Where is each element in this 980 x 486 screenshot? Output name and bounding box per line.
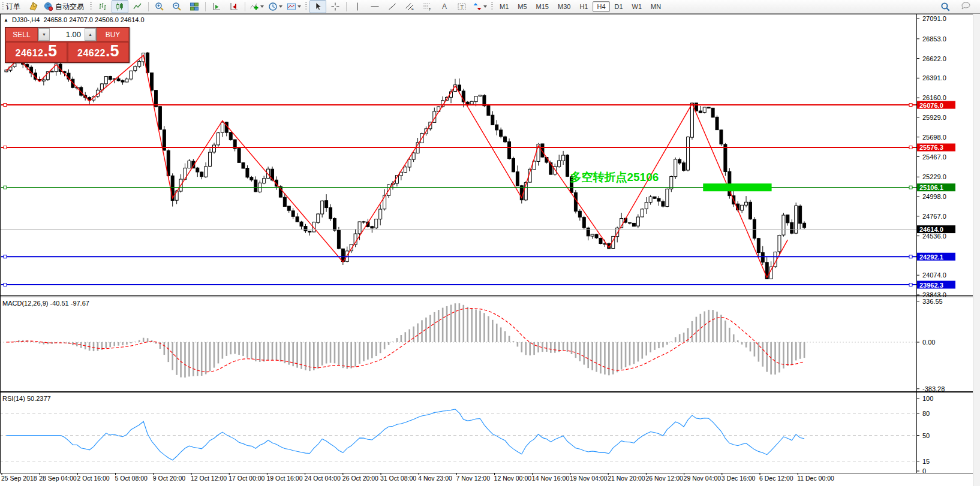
time-tick-label: 29 Nov 04:00 [684, 475, 722, 482]
time-tick-label: 2 Oct 16:00 [77, 475, 109, 482]
rsi-scale-label: 15 [922, 458, 930, 465]
buy-button[interactable]: BUY [97, 28, 129, 41]
svg-text:F: F [429, 8, 431, 11]
svg-text:24292.1: 24292.1 [919, 253, 943, 261]
timeframe-M5[interactable]: M5 [513, 1, 531, 12]
time-tick-label: 9 Oct 20:00 [153, 475, 185, 482]
time-tick-label: 17 Oct 00:00 [229, 475, 264, 482]
price-marker-23962.3: 23962.3 [917, 281, 955, 289]
one-click-panel-toggle-icon[interactable]: ▲ [4, 17, 8, 23]
templates-button[interactable] [285, 0, 303, 13]
price-marker-24614.0: 24614.0 [917, 225, 955, 233]
zoom-out-button[interactable] [169, 0, 185, 13]
vertical-line-tool-button[interactable] [349, 0, 366, 13]
templates-dropdown-arrow[interactable] [297, 5, 301, 8]
price-tick-label: 25929.0 [922, 114, 946, 121]
volume-increase-button[interactable]: ▲ [85, 28, 96, 41]
indicators-button[interactable] [248, 0, 266, 13]
time-tick-label: 14 Nov 16:00 [532, 475, 570, 482]
time-tick-label: 28 Sep 04:00 [39, 475, 77, 482]
time-tick-label: 26 Oct 20:00 [342, 475, 378, 482]
cursor-icon [313, 2, 323, 11]
time-tick-label: 12 Oct 12:00 [191, 475, 227, 482]
chart-canvas[interactable]: 多空转折点2510627091.026853.026622.026391.026… [0, 0, 980, 486]
arrows-icon [473, 2, 482, 11]
chart-shift-button[interactable] [226, 0, 242, 13]
volume-spinner: ▼ 1.00 ▲ [38, 28, 97, 41]
time-tick-label: 24 Oct 04:00 [305, 475, 341, 482]
time-tick-label: 25 Sep 2018 [1, 475, 37, 482]
candlestick-mode-button[interactable] [112, 0, 128, 13]
cursor-tool-button[interactable] [309, 0, 326, 13]
volume-input[interactable]: 1.00 [50, 28, 85, 41]
timeframe-H4[interactable]: H4 [593, 1, 609, 12]
equidistant-channel-tool-button[interactable]: E [401, 0, 418, 13]
periods-button[interactable] [266, 0, 284, 13]
chat-button[interactable] [957, 0, 974, 13]
time-tick-label: 19 Oct 16:00 [266, 475, 302, 482]
horizontal-line-tool-button[interactable] [366, 0, 383, 13]
metaeditor-icon [28, 2, 38, 11]
horizontal-line-icon [370, 2, 380, 11]
macd-scale-label: 0.00 [922, 339, 935, 346]
text-label-icon: T [457, 2, 467, 11]
volume-decrease-button[interactable]: ▼ [38, 28, 50, 41]
timeframe-M1[interactable]: M1 [495, 1, 513, 12]
time-tick-label: 31 Oct 08:00 [380, 475, 416, 482]
indicators-dropdown-arrow[interactable] [260, 5, 264, 8]
crosshair-tool-button[interactable] [327, 0, 344, 13]
price-tick-label: 24767.0 [922, 213, 946, 220]
toolbar-grip[interactable] [305, 2, 307, 11]
timeframe-MN[interactable]: MN [647, 1, 665, 12]
toolbar-grip[interactable] [90, 2, 92, 11]
text-label-tool-button[interactable]: T [453, 0, 470, 13]
turning-point-annotation[interactable]: 多空转折点25106 [570, 171, 659, 183]
text-tool-button[interactable]: A [436, 0, 453, 13]
crosshair-icon [330, 2, 340, 11]
chart-header: ▲ DJ30-,H4 24658.0 24707.0 24506.0 24614… [4, 16, 145, 23]
timeframe-M30[interactable]: M30 [554, 1, 575, 12]
green-zone-rectangle[interactable] [703, 183, 771, 191]
rsi-scale-label: 80 [922, 410, 930, 417]
svg-text:26076.0: 26076.0 [919, 102, 943, 109]
sell-button[interactable]: SELL [5, 28, 38, 41]
fibonacci-tool-button[interactable]: F [419, 0, 435, 13]
autotrading-label: 自动交易 [53, 2, 86, 12]
time-axis[interactable]: 25 Sep 201828 Sep 04:002 Oct 16:005 Oct … [1, 473, 834, 482]
price-marker-26076.0: 26076.0 [917, 101, 955, 109]
ask-price-button[interactable]: 24622 .5 [68, 42, 130, 62]
price-tick-label: 24536.0 [922, 233, 946, 240]
macd-scale-label: -383.28 [922, 385, 945, 393]
tile-windows-button[interactable] [186, 0, 203, 13]
autotrading-icon [44, 2, 53, 11]
time-tick-label: 5 Oct 08:00 [115, 475, 148, 482]
rsi-pane-label: RSI(14) 50.2377 [2, 395, 51, 402]
svg-text:23962.3: 23962.3 [919, 282, 943, 289]
timeframe-D1[interactable]: D1 [611, 1, 627, 12]
timeframe-W1[interactable]: W1 [628, 1, 647, 12]
timeframe-H1[interactable]: H1 [575, 1, 592, 12]
autotrading-button[interactable]: 自动交易 [42, 0, 88, 13]
auto-scroll-icon [212, 2, 221, 11]
periods-dropdown-arrow[interactable] [279, 5, 282, 8]
line-chart-mode-button[interactable] [129, 0, 146, 13]
toolbar-grip[interactable] [491, 2, 493, 11]
new-order-button[interactable]: 订单 [2, 0, 24, 13]
auto-scroll-button[interactable] [208, 0, 225, 13]
macd-pane-label: MACD(12,26,9) -40.51 -97.67 [2, 300, 89, 307]
time-tick-label: 11 Dec 00:00 [797, 475, 834, 482]
arrows-tool-button[interactable] [471, 0, 489, 13]
timeframe-M15[interactable]: M15 [532, 1, 553, 12]
search-button[interactable] [937, 0, 954, 13]
arrows-dropdown-arrow[interactable] [483, 5, 487, 8]
metaeditor-button[interactable] [25, 0, 41, 13]
tile-windows-icon [190, 2, 199, 11]
chat-bubble-icon [960, 2, 971, 11]
price-marker-25576.3: 25576.3 [917, 143, 955, 151]
bid-price-button[interactable]: 24612 .5 [5, 42, 67, 62]
zoom-in-button[interactable] [151, 0, 168, 13]
price-tick-label: 26622.0 [922, 55, 946, 62]
bar-chart-mode-button[interactable] [94, 0, 111, 13]
trendline-tool-button[interactable] [384, 0, 401, 13]
text-icon: A [440, 2, 449, 11]
